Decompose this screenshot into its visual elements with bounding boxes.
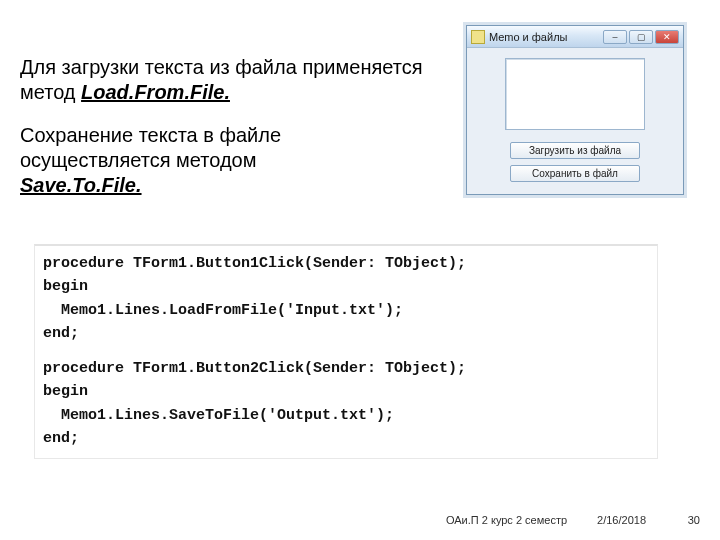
code-line: procedure TForm1.Button2Click(Sender: TO…	[43, 357, 649, 380]
app-icon	[471, 30, 485, 44]
paragraph-2: Сохранение текста в файле осуществляется…	[20, 123, 430, 198]
p2-method: Save.To.File.	[20, 174, 142, 196]
close-button[interactable]: ✕	[655, 30, 679, 44]
minimize-button[interactable]: –	[603, 30, 627, 44]
code-line: begin	[43, 380, 649, 403]
p2-text: Сохранение текста в файле осуществляется…	[20, 124, 281, 171]
code-line: procedure TForm1.Button1Click(Sender: TO…	[43, 252, 649, 275]
code-line: Memo1.Lines.SaveToFile('Output.txt');	[43, 404, 649, 427]
code-line: Memo1.Lines.LoadFromFile('Input.txt');	[43, 299, 649, 322]
code-line: end;	[43, 427, 649, 450]
code-line: begin	[43, 275, 649, 298]
window-title: Memo и файлы	[489, 31, 567, 43]
memo-box[interactable]	[505, 58, 645, 130]
slide-text: Для загрузки текста из файла применяется…	[20, 55, 430, 198]
footer: ОАи.П 2 курс 2 семестр 2/16/2018 30	[446, 514, 700, 526]
code-block: procedure TForm1.Button1Click(Sender: TO…	[34, 244, 658, 459]
code-line: end;	[43, 322, 649, 345]
app-body: Загрузить из файла Сохранить в файл	[467, 48, 683, 194]
save-button[interactable]: Сохранить в файл	[510, 165, 640, 182]
p1-method: Load.From.File.	[81, 81, 230, 103]
load-button[interactable]: Загрузить из файла	[510, 142, 640, 159]
footer-date: 2/16/2018	[597, 514, 646, 526]
app-window: Memo и файлы – ▢ ✕ Загрузить из файла Со…	[466, 25, 684, 195]
titlebar: Memo и файлы – ▢ ✕	[467, 26, 683, 48]
footer-course: ОАи.П 2 курс 2 семестр	[446, 514, 567, 526]
code-blank	[43, 345, 649, 357]
page-number: 30	[676, 514, 700, 526]
paragraph-1: Для загрузки текста из файла применяется…	[20, 55, 430, 105]
maximize-button[interactable]: ▢	[629, 30, 653, 44]
